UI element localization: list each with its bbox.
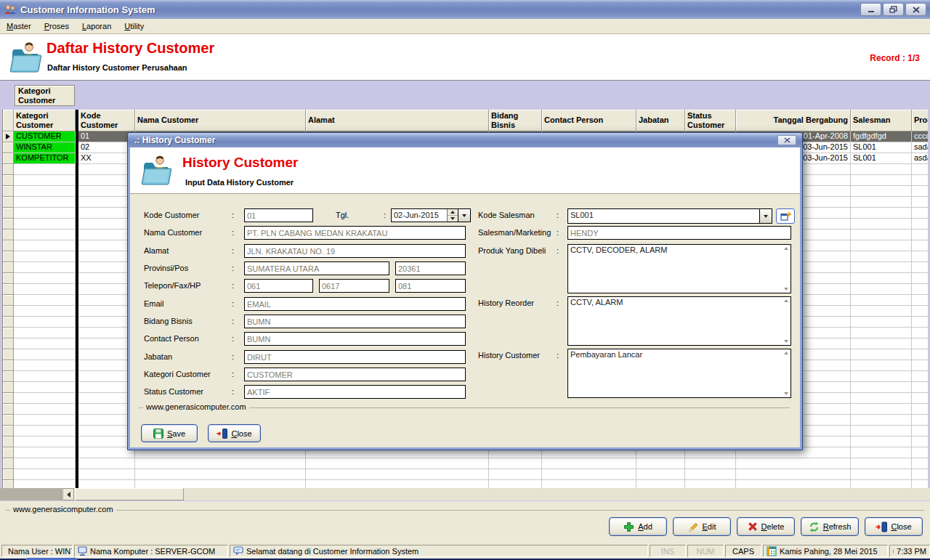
cell-produk[interactable] <box>912 469 928 480</box>
row-selector[interactable] <box>3 382 14 393</box>
cell-salesman[interactable]: SL001 <box>851 142 912 153</box>
cell-kategori[interactable] <box>14 458 76 469</box>
cell-produk[interactable] <box>912 415 928 426</box>
row-selector[interactable] <box>3 219 14 230</box>
email-input[interactable] <box>244 297 466 311</box>
cell-salesman[interactable] <box>851 208 912 219</box>
cell-salesman[interactable] <box>851 197 912 208</box>
kode-pos-input[interactable] <box>395 261 466 275</box>
menu-utility[interactable]: Utility <box>118 20 150 32</box>
cell-jabatan[interactable] <box>636 458 685 469</box>
cell-salesman[interactable] <box>851 360 912 371</box>
cell-salesman[interactable] <box>851 426 912 437</box>
cell-produk[interactable] <box>912 447 928 458</box>
add-button[interactable]: Add <box>609 517 667 536</box>
cell-status[interactable] <box>685 469 736 480</box>
column-header-jabatan[interactable]: Jabatan <box>636 110 685 131</box>
kode-customer-input[interactable] <box>244 208 313 222</box>
cell-contact[interactable] <box>542 469 636 480</box>
cell-salesman[interactable] <box>851 186 912 197</box>
spin-up-button[interactable] <box>448 209 458 216</box>
cell-salesman[interactable] <box>851 371 912 382</box>
row-selector[interactable] <box>3 208 14 219</box>
cell-kategori[interactable] <box>14 219 76 230</box>
cell-salesman[interactable] <box>851 415 912 426</box>
cell-produk[interactable] <box>912 458 928 469</box>
row-selector[interactable] <box>3 317 14 328</box>
cell-bidang[interactable] <box>489 469 542 480</box>
cell-salesman[interactable] <box>851 317 912 328</box>
spin-down-button[interactable] <box>448 216 458 222</box>
cell-kategori[interactable] <box>14 186 76 197</box>
cell-kategori[interactable] <box>14 273 76 284</box>
cell-produk[interactable] <box>912 284 928 295</box>
cell-produk[interactable] <box>912 393 928 404</box>
cell-status[interactable] <box>685 480 736 488</box>
contact-person-input[interactable] <box>244 332 466 346</box>
cell-salesman[interactable] <box>851 230 912 240</box>
row-selector[interactable] <box>3 153 14 164</box>
minimize-button[interactable] <box>860 3 881 16</box>
cell-kategori[interactable] <box>14 371 76 382</box>
cell-produk[interactable]: sada <box>912 142 928 153</box>
date-spinner[interactable] <box>447 209 458 222</box>
cell-salesman[interactable]: SL001 <box>851 153 912 164</box>
cell-produk[interactable] <box>912 175 928 186</box>
row-selector[interactable] <box>3 437 14 447</box>
column-header-alamat[interactable]: Alamat <box>306 110 489 131</box>
cell-jabatan[interactable] <box>636 480 685 488</box>
cell-produk[interactable] <box>912 164 928 175</box>
cell-kategori[interactable] <box>14 251 76 262</box>
alamat-input[interactable] <box>244 244 466 258</box>
cell-kategori[interactable] <box>14 382 76 393</box>
cell-jabatan[interactable] <box>636 469 685 480</box>
dialog-close-button[interactable] <box>777 135 796 145</box>
scroll-left-button[interactable] <box>62 488 74 500</box>
row-selector[interactable] <box>3 328 14 338</box>
cell-kode[interactable] <box>78 469 135 480</box>
row-selector[interactable] <box>3 415 14 426</box>
cell-produk[interactable] <box>912 480 928 488</box>
cell-kategori[interactable] <box>14 426 76 437</box>
kode-salesman-combobox[interactable]: SL001 <box>567 208 772 224</box>
cell-kategori[interactable] <box>14 295 76 306</box>
cell-contact[interactable] <box>542 480 636 488</box>
row-selector[interactable] <box>3 480 14 488</box>
table-row[interactable] <box>3 480 928 488</box>
hp-input[interactable] <box>395 279 466 293</box>
cell-kategori[interactable] <box>14 447 76 458</box>
row-selector[interactable] <box>3 349 14 360</box>
cell-kategori[interactable] <box>14 469 76 480</box>
cell-alamat[interactable] <box>306 480 489 488</box>
row-selector[interactable] <box>3 393 14 404</box>
row-selector[interactable] <box>3 164 14 175</box>
cell-kategori[interactable] <box>14 306 76 317</box>
cell-produk[interactable] <box>912 328 928 338</box>
cell-kategori[interactable] <box>14 360 76 371</box>
cell-kategori[interactable] <box>14 175 76 186</box>
cell-salesman[interactable] <box>851 338 912 349</box>
column-header-tanggal-bergabung[interactable]: Tanggal Bergabung <box>736 110 851 131</box>
cell-salesman[interactable] <box>851 382 912 393</box>
cell-kategori[interactable] <box>14 338 76 349</box>
row-selector[interactable] <box>3 338 14 349</box>
cell-kategori[interactable] <box>14 349 76 360</box>
cell-produk[interactable] <box>912 186 928 197</box>
cell-status[interactable] <box>685 458 736 469</box>
column-header-salesman[interactable]: Salesman <box>851 110 912 131</box>
row-selector[interactable] <box>3 447 14 458</box>
salesman-marketing-input[interactable] <box>567 226 791 240</box>
row-selector[interactable] <box>3 371 14 382</box>
row-selector[interactable] <box>3 142 14 153</box>
scroll-down-icon[interactable] <box>784 288 788 291</box>
cell-kategori[interactable] <box>14 437 76 447</box>
row-selector[interactable] <box>3 230 14 240</box>
row-selector[interactable] <box>3 426 14 437</box>
combo-dropdown-button[interactable] <box>759 209 772 223</box>
cell-produk[interactable] <box>912 262 928 273</box>
cell-salesman[interactable] <box>851 251 912 262</box>
row-selector[interactable] <box>3 175 14 186</box>
cell-salesman[interactable] <box>851 262 912 273</box>
cell-produk[interactable] <box>912 404 928 415</box>
cell-kategori[interactable] <box>14 240 76 251</box>
